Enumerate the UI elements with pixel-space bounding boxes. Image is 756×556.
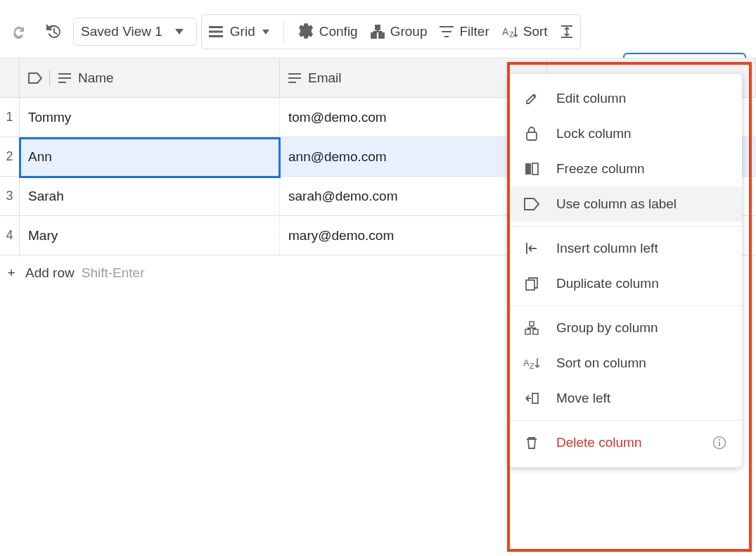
trash-icon [524,436,539,450]
cell-email: tom@demo.com [280,98,547,137]
group-label: Group [390,24,428,39]
group-button[interactable]: Group [371,24,428,39]
separator [508,226,742,227]
column-context-menu: Edit column Lock column Freeze column Us… [508,74,742,467]
history-icon [45,23,62,40]
svg-rect-11 [719,442,720,446]
menu-label: Sort on column [556,355,646,371]
chevron-down-icon [262,30,269,34]
menu-label: Duplicate column [556,276,659,291]
sort-button[interactable]: AZ Sort [502,24,548,39]
separator [508,420,742,421]
rownum-header [0,58,20,97]
cell-name: Tommy [20,98,280,137]
separator [508,305,742,306]
rownum: 1 [0,98,20,137]
cell-name: Ann [20,137,280,176]
svg-rect-8 [532,393,538,403]
svg-rect-5 [526,280,534,290]
menu-label: Group by column [556,320,658,336]
group-icon [524,321,539,335]
menu-label: Delete column [556,435,641,450]
view-selector[interactable]: Saved View 1 [73,18,197,46]
layout-toggle[interactable]: Grid [209,24,269,39]
plus-icon: + [4,265,18,281]
grid-lines-icon [209,26,223,37]
header-email-label: Email [308,70,342,86]
menu-label: Freeze column [556,161,645,177]
cell-email: sarah@demo.com [280,177,547,215]
view-selector-label: Saved View 1 [81,24,162,39]
menu-label: Insert column left [556,241,658,256]
svg-text:A: A [502,26,509,37]
label-tag-icon [524,198,539,210]
menu-move-left[interactable]: Move left [508,381,742,416]
config-button[interactable]: Config [298,24,358,39]
menu-label: Use column as label [556,196,677,212]
toolbar-right-group: Grid Config Group Filter AZ Sort [201,14,581,49]
layout-label: Grid [230,24,255,39]
gear-icon [298,24,314,39]
lock-icon [524,126,539,141]
svg-rect-2 [527,132,537,140]
cell-email: ann@demo.com [280,137,547,176]
add-row-hint: Shift-Enter [82,265,145,281]
freeze-icon [524,162,539,176]
pencil-icon [524,91,539,106]
menu-label: Move left [556,391,610,406]
menu-use-as-label[interactable]: Use column as label [508,187,742,222]
config-label: Config [319,24,358,39]
redo-button[interactable] [4,18,34,45]
group-icon [371,25,385,39]
svg-text:A: A [523,358,530,368]
text-lines-icon [58,73,71,83]
insert-left-icon [524,242,539,255]
filter-icon [440,25,454,38]
menu-edit-column[interactable]: Edit column [508,81,742,116]
text-lines-icon [288,73,301,83]
redo-icon [11,24,27,39]
menu-group-by[interactable]: Group by column [508,310,742,346]
label-tag-icon [28,72,42,84]
header-email[interactable]: Email [280,58,547,97]
sort-az-icon: AZ [502,25,518,38]
separator [283,20,284,43]
menu-sort-on[interactable]: AZ Sort on column [508,346,742,381]
rownum: 2 [0,137,20,176]
rownum: 4 [0,216,20,255]
svg-text:Z: Z [509,30,514,39]
menu-label: Edit column [556,91,626,106]
sort-label: Sort [523,24,548,39]
sort-az-icon: AZ [524,357,539,369]
menu-freeze-column[interactable]: Freeze column [508,151,742,187]
filter-button[interactable]: Filter [440,24,489,39]
menu-lock-column[interactable]: Lock column [508,116,742,151]
svg-rect-4 [532,163,538,175]
row-height-icon [560,24,573,39]
header-name[interactable]: Name [20,58,280,97]
rownum: 3 [0,177,20,215]
toolbar: Saved View 1 Grid Config Group Filter AZ… [0,10,756,53]
history-button[interactable] [38,18,69,46]
svg-rect-3 [525,163,531,175]
info-icon [712,436,726,450]
row-height-button[interactable] [560,24,573,39]
header-name-label: Name [78,70,114,86]
duplicate-icon [524,277,539,291]
menu-insert-left[interactable]: Insert column left [508,231,742,266]
move-left-icon [524,391,539,405]
cell-email: mary@demo.com [280,216,547,255]
add-row-label: Add row [25,265,75,281]
menu-delete-column[interactable]: Delete column [508,425,742,460]
menu-duplicate[interactable]: Duplicate column [508,266,742,301]
svg-text:Z: Z [530,362,534,370]
menu-label: Lock column [556,126,632,141]
svg-point-10 [719,439,720,441]
cell-name: Sarah [20,177,280,215]
filter-label: Filter [459,24,489,39]
cell-name: Mary [20,216,280,255]
chevron-down-icon [175,29,184,34]
